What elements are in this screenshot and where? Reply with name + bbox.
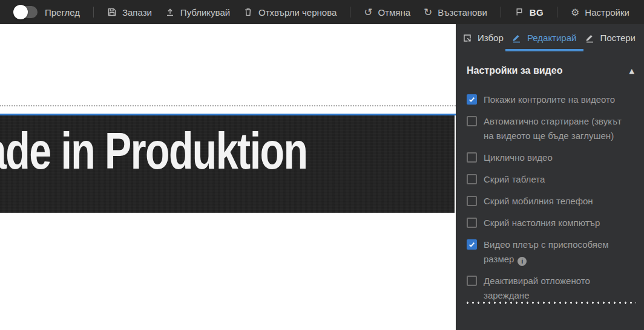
checkbox-label: Видео плеър с приспособяем размер — [484, 238, 628, 267]
save-label: Запази — [122, 7, 152, 18]
preview-toggle-group: Преглед — [15, 6, 80, 18]
redo-label: Възстанови — [438, 7, 487, 18]
toggle-knob — [13, 5, 28, 19]
select-icon — [462, 33, 472, 43]
video-block[interactable]: ade in Produktion — [0, 115, 455, 213]
video-settings-header: Настройки за видео — [467, 65, 634, 76]
checkmark-icon — [468, 95, 476, 103]
section-boundary-dotted-line — [0, 105, 456, 106]
undo-icon — [364, 7, 372, 18]
checkbox-row[interactable]: Скрий мобилния телефон — [467, 194, 644, 209]
panel-tabs: Избор Редактирай Постери — [456, 24, 644, 51]
checkmark-icon — [468, 241, 476, 248]
checkbox[interactable] — [467, 239, 477, 250]
undo-button[interactable]: Отмяна — [364, 7, 410, 18]
preview-toggle[interactable] — [15, 6, 38, 18]
video-overlay-text: ade in Produktion — [0, 124, 307, 178]
checkbox-row[interactable]: Скрий настолния компютър — [467, 216, 644, 230]
toolbar-divider — [501, 7, 501, 18]
right-settings-panel: Избор Редактирай Постери Настройки за ви… — [456, 24, 644, 330]
flag-icon — [514, 7, 524, 17]
trash-icon — [243, 7, 253, 17]
discard-draft-label: Отхвърли чернова — [258, 7, 337, 18]
panel-dotted-divider — [465, 302, 636, 304]
checkbox[interactable] — [467, 94, 477, 105]
checkbox-row[interactable]: Покажи контролите на видеото — [467, 92, 644, 107]
redo-button[interactable]: Възстанови — [424, 7, 487, 18]
checkbox[interactable] — [467, 276, 477, 286]
toolbar-divider — [350, 7, 350, 18]
editor-canvas: ade in Produktion — [0, 24, 456, 330]
redo-icon — [424, 7, 432, 18]
language-button[interactable]: BG — [514, 7, 544, 18]
toolbar-divider — [557, 7, 557, 18]
publish-label: Публикувай — [180, 7, 230, 18]
checkbox[interactable] — [467, 218, 477, 228]
undo-label: Отмяна — [378, 7, 410, 18]
collapse-section-icon[interactable] — [629, 67, 634, 75]
tab-posters[interactable]: Постери — [583, 24, 637, 51]
checkbox[interactable] — [467, 196, 477, 206]
checkbox[interactable] — [467, 174, 477, 184]
checkbox-row[interactable]: Деактивирай отложеното зареждане — [467, 274, 644, 303]
checkbox-label: Деактивирай отложеното зареждане — [484, 274, 628, 303]
checkbox-label: Автоматично стартиране (звукът на видеот… — [484, 114, 628, 143]
checkbox-row[interactable]: Автоматично стартиране (звукът на видеот… — [467, 114, 644, 143]
checkbox[interactable] — [467, 152, 477, 163]
info-icon[interactable] — [518, 257, 527, 266]
upload-icon — [165, 7, 175, 17]
section-title: Настройки за видео — [467, 65, 562, 76]
gear-icon — [571, 7, 579, 18]
toolbar-divider — [93, 7, 94, 18]
top-toolbar: Преглед Запази Публикувай — [0, 0, 644, 24]
checkbox-row[interactable]: Видео плеър с приспособяем размер — [467, 238, 644, 267]
tab-select[interactable]: Избор — [461, 24, 505, 51]
discard-draft-button[interactable]: Отхвърли чернова — [243, 7, 337, 18]
publish-button[interactable]: Публикувай — [165, 7, 230, 18]
checkbox-label: Скрий таблета — [484, 172, 545, 187]
checkbox-label: Скрий настолния компютър — [484, 216, 600, 230]
language-code-label: BG — [530, 7, 544, 18]
checkbox-label: Скрий мобилния телефон — [484, 194, 593, 209]
pen-icon — [585, 33, 595, 43]
preview-label: Преглед — [45, 7, 80, 18]
settings-label: Настройки — [585, 7, 629, 18]
tab-edit-label: Редактирай — [527, 33, 577, 43]
checkbox-label: Покажи контролите на видеото — [484, 92, 615, 107]
tab-select-label: Избор — [478, 33, 504, 43]
tab-posters-label: Постери — [600, 33, 636, 43]
settings-button[interactable]: Настройки — [571, 7, 629, 18]
save-button[interactable]: Запази — [107, 7, 152, 18]
tab-edit[interactable]: Редактирай — [510, 24, 578, 51]
save-icon — [107, 7, 117, 17]
checkbox[interactable] — [467, 116, 477, 126]
video-settings-list: Покажи контролите на видеото Автоматично… — [467, 92, 644, 303]
pen-icon — [511, 33, 522, 43]
checkbox-row[interactable]: Циклично видео — [467, 150, 644, 165]
checkbox-label: Циклично видео — [484, 150, 553, 165]
checkbox-row[interactable]: Скрий таблета — [467, 172, 644, 187]
